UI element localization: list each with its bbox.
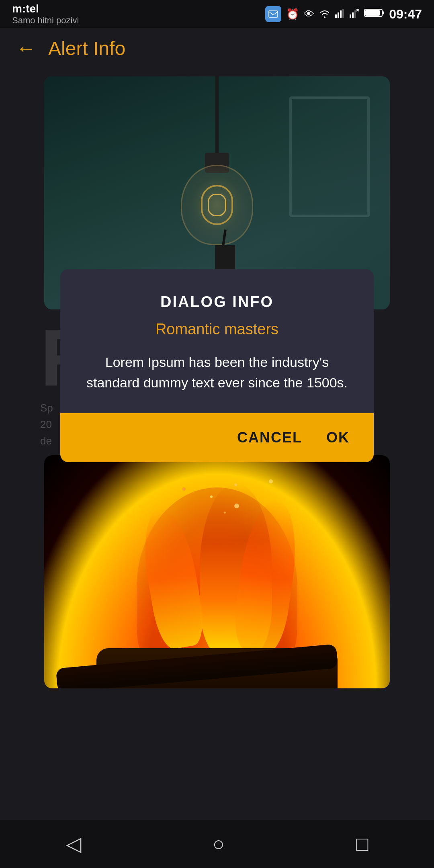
page-title: Alert Info — [48, 37, 125, 59]
nav-bar: ◁ ○ □ — [0, 820, 434, 868]
signal-icon — [335, 8, 345, 20]
svg-rect-0 — [269, 11, 278, 17]
fire-ember-2 — [182, 487, 186, 491]
status-right: ⏰ 👁 — [265, 6, 422, 22]
carrier-subtitle: Samo hitni pozivi — [12, 15, 79, 26]
nav-home-icon[interactable]: ○ — [213, 832, 225, 856]
nav-recent-icon[interactable]: □ — [356, 832, 368, 856]
fire-log — [96, 648, 338, 688]
cancel-button[interactable]: CANCEL — [237, 429, 302, 446]
dialog-subtitle: Romantic masters — [80, 321, 354, 338]
svg-rect-5 — [350, 14, 351, 18]
dialog-title: DIALOG INFO — [80, 293, 354, 311]
dialog-body: DIALOG INFO Romantic masters Lorem Ipsum… — [60, 269, 374, 413]
back-button[interactable]: ← — [16, 38, 36, 58]
battery-icon — [364, 8, 384, 20]
svg-rect-1 — [335, 14, 337, 18]
carrier-label: m:tel — [12, 2, 79, 15]
status-bar: m:tel Samo hitni pozivi ⏰ 👁 — [0, 0, 434, 28]
wifi-icon — [319, 8, 330, 20]
alarm-icon: ⏰ — [286, 8, 299, 20]
signal2-icon — [350, 8, 359, 20]
svg-rect-12 — [382, 11, 384, 14]
svg-rect-2 — [338, 12, 339, 18]
svg-rect-11 — [365, 10, 380, 16]
dialog-footer: CANCEL OK — [60, 413, 374, 462]
fire-background — [44, 455, 390, 688]
svg-rect-6 — [352, 12, 354, 18]
header: ← Alert Info — [0, 28, 434, 68]
main-content: R Sp 20 de DIALOG INFO Romantic masters … — [0, 76, 434, 840]
messages-icon — [265, 6, 281, 22]
nav-back-icon[interactable]: ◁ — [66, 832, 81, 856]
bulb-filament — [201, 185, 233, 225]
time-label: 09:47 — [389, 7, 422, 22]
fire-image-card — [44, 455, 390, 688]
fire-ember-1 — [234, 504, 239, 508]
svg-rect-3 — [340, 10, 342, 18]
ok-button[interactable]: OK — [326, 429, 350, 446]
fire-ember-3 — [269, 479, 273, 483]
svg-rect-7 — [354, 10, 356, 18]
bulb-glass — [181, 165, 253, 245]
svg-rect-4 — [342, 9, 344, 18]
bulb-cord — [215, 76, 219, 157]
eye-icon: 👁 — [304, 8, 314, 20]
dialog-message: Lorem Ipsum has been the industry's stan… — [80, 352, 354, 393]
status-left: m:tel Samo hitni pozivi — [12, 2, 79, 26]
dialog-box: DIALOG INFO Romantic masters Lorem Ipsum… — [60, 269, 374, 462]
